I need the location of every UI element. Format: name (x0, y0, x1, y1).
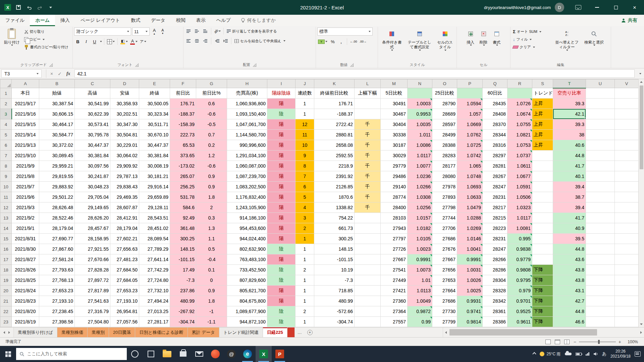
cell-M5[interactable]: 30338 (381, 130, 408, 140)
cell-I12[interactable]: 陽 (267, 202, 296, 213)
cell-E4[interactable]: 30,511.71 (139, 119, 170, 130)
cell-N2[interactable]: 1.0003 (408, 99, 432, 109)
cell-H8[interactable]: 1,060,087,000 (227, 161, 267, 171)
cell-J5[interactable]: 11 (296, 130, 314, 140)
cell-V10[interactable] (615, 182, 639, 192)
cell-G22[interactable]: -1 (196, 306, 227, 317)
start-button[interactable] (0, 346, 16, 362)
cell-V14[interactable] (615, 223, 639, 234)
delete-cells-button[interactable]: × 削除 (478, 27, 489, 47)
avatar[interactable]: D (555, 3, 564, 12)
cell-H22[interactable]: 1,089,677,900 (227, 306, 267, 317)
cell-P12[interactable]: 1.0479 (457, 202, 483, 213)
cell-L18[interactable] (355, 265, 381, 275)
cell-S16[interactable] (532, 244, 553, 254)
cell-C9[interactable]: 30,241.87 (75, 171, 110, 182)
cell-O5[interactable]: 28499 (432, 130, 457, 140)
cell-N4[interactable]: 1.0035 (408, 119, 432, 130)
cell-Q9[interactable]: 28267 (483, 171, 507, 182)
cell-M2[interactable]: 30491 (381, 99, 408, 109)
row-header-23[interactable]: 23 (0, 317, 12, 327)
cell-L17[interactable] (355, 254, 381, 265)
column-header-B[interactable]: B (39, 79, 75, 88)
cell-D20[interactable]: 27,653.23 (110, 286, 139, 296)
cell-C1[interactable]: 高値 (75, 88, 110, 99)
cell-V15[interactable] (615, 234, 639, 244)
cell-D9[interactable]: 29,787.13 (110, 171, 139, 182)
cell-G5[interactable]: 0.7 (196, 130, 227, 140)
cell-R7[interactable]: 1.0737 (507, 150, 532, 161)
cell-B23[interactable]: 27,398.58 (39, 317, 75, 327)
cell-J20[interactable]: 1 (296, 286, 314, 296)
cell-K20[interactable]: 718.85 (314, 286, 355, 296)
cell-V23[interactable] (615, 317, 639, 327)
cell-N6[interactable]: 1.0086 (408, 140, 432, 150)
cell-E10[interactable]: 29,916.14 (139, 182, 170, 192)
cell-R12[interactable]: 1.0323 (507, 202, 532, 213)
confirm-entry-button[interactable]: ✓ (58, 71, 62, 76)
cell-A18[interactable]: 2021/8/26 (12, 265, 39, 275)
cell-C7[interactable]: 30,381.84 (75, 150, 110, 161)
cell-T2[interactable]: 39.3 (553, 99, 586, 109)
comma-style-button[interactable]: , (337, 38, 345, 45)
cell-O11[interactable]: 27893 (432, 192, 457, 202)
cell-V4[interactable] (615, 119, 639, 130)
cell-U15[interactable] (586, 234, 615, 244)
cell-N14[interactable]: 1.0182 (408, 223, 432, 234)
cell-G1[interactable]: 前日比% (196, 88, 227, 99)
cell-O18[interactable]: 27656 (432, 265, 457, 275)
cell-I17[interactable]: 陽 (267, 254, 296, 265)
cell-R16[interactable]: 0.9838 (507, 244, 532, 254)
cell-H4[interactable]: 1,047,061,700 (227, 119, 267, 130)
cell-I3[interactable]: 陰 (267, 109, 296, 119)
cell-E13[interactable]: 28,543.51 (139, 213, 170, 223)
cell-O13[interactable]: 27744 (432, 213, 457, 223)
cell-F17[interactable]: -101.15 (170, 254, 196, 265)
cell-B22[interactable]: 27,238.45 (39, 306, 75, 317)
cell-K2[interactable]: 176.71 (314, 99, 355, 109)
cell-A10[interactable]: 2021/9/7 (12, 182, 39, 192)
cell-V5[interactable] (615, 130, 639, 140)
cell-C21[interactable]: 27,541.63 (75, 296, 110, 306)
cell-C13[interactable]: 28,626.20 (75, 213, 110, 223)
zoom-slider[interactable] (579, 342, 616, 342)
cell-C16[interactable]: 27,921.55 (75, 244, 110, 254)
row-header-5[interactable]: 5 (0, 130, 12, 140)
cell-K22[interactable]: -572.66 (314, 306, 355, 317)
cell-J14[interactable]: 2 (296, 223, 314, 234)
column-header-F[interactable]: F (170, 79, 196, 88)
network-icon[interactable] (586, 352, 589, 356)
select-all-corner[interactable] (0, 79, 12, 88)
column-header-K[interactable]: K (314, 79, 355, 88)
cell-L9[interactable]: 千 (355, 171, 381, 182)
cell-T5[interactable]: 38 (553, 130, 586, 140)
cell-I23[interactable]: 陰 (267, 317, 296, 327)
row-header-10[interactable]: 10 (0, 182, 12, 192)
cell-U6[interactable] (586, 140, 615, 150)
number-format-select[interactable]: 標準 (317, 27, 373, 36)
cell-V12[interactable] (615, 202, 639, 213)
column-header-S[interactable]: S (532, 79, 553, 88)
sheet-tab-業種別張り付けば[interactable]: 業種別張り付けば (14, 327, 57, 337)
cell-I9[interactable]: 陽 (267, 171, 296, 182)
cell-G9[interactable]: 0.9 (196, 171, 227, 182)
cell-D16[interactable]: 27,656.63 (110, 244, 139, 254)
cell-H3[interactable]: 1,093,150,400 (227, 109, 267, 119)
cell-A17[interactable]: 2021/8/27 (12, 254, 39, 265)
cell-C5[interactable]: 30,795.78 (75, 130, 110, 140)
email-app-button[interactable]: @ (223, 346, 239, 362)
cell-F11[interactable]: 531.78 (170, 192, 196, 202)
cell-G10[interactable]: 0.9 (196, 182, 227, 192)
column-header-I[interactable]: I (267, 79, 296, 88)
cell-J12[interactable]: 4 (296, 202, 314, 213)
row-header-16[interactable]: 16 (0, 244, 12, 254)
cell-K5[interactable]: 2880.81 (314, 130, 355, 140)
row-header-1[interactable]: 1 (0, 88, 12, 99)
cell-N8[interactable]: 1.0077 (408, 161, 432, 171)
cell-H12[interactable]: 1,243,105,900 (227, 202, 267, 213)
cell-P17[interactable]: 0.9991 (457, 254, 483, 265)
cortana-button[interactable] (127, 346, 143, 362)
sheet-tab-トレンド統計関連[interactable]: トレンド統計関連 (219, 327, 263, 337)
cell-K16[interactable]: 148.15 (314, 244, 355, 254)
cell-A22[interactable]: 2021/8/20 (12, 306, 39, 317)
